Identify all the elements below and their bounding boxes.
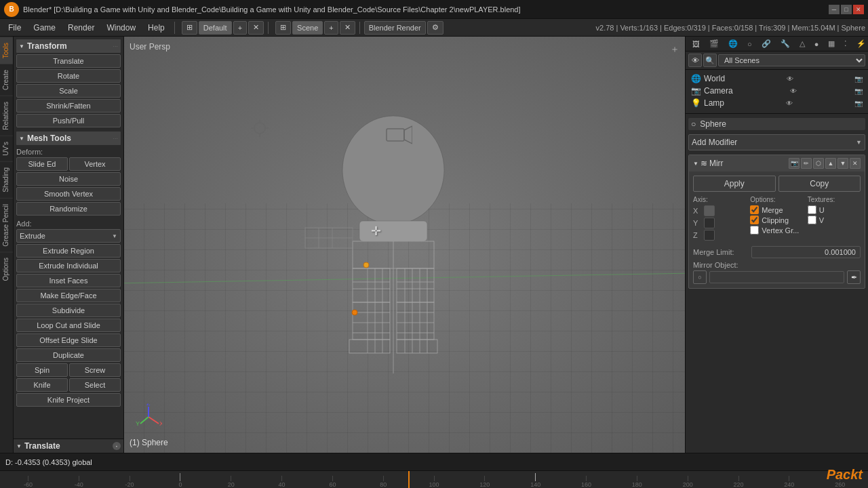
vertex-group-checkbox[interactable] (750, 226, 759, 235)
clipping-checkbox[interactable] (750, 216, 759, 224)
vtab-create[interactable]: Create (0, 64, 13, 96)
view-x-button[interactable]: ✕ (248, 21, 264, 35)
slide-ed-button[interactable]: Slide Ed (16, 157, 68, 171)
render-engine-dropdown[interactable]: Blender Render (364, 21, 426, 35)
prop-tab-physics[interactable]: ⚡ (852, 38, 868, 49)
y-axis-checkbox[interactable] (704, 218, 715, 228)
extrude-dropdown-button[interactable]: Extrude (16, 229, 121, 243)
inset-faces-button[interactable]: Inset Faces (16, 274, 121, 287)
prop-tab-texture[interactable]: ▦ (824, 38, 839, 49)
merge-checkbox[interactable] (750, 205, 759, 214)
scene-x-button[interactable]: ✕ (340, 21, 355, 35)
knife-button[interactable]: Knife (16, 378, 68, 392)
loop-cut-slide-button[interactable]: Loop Cut and Slide (16, 319, 121, 332)
vtab-uvs[interactable]: UV's (0, 136, 13, 161)
prop-tab-material[interactable]: ● (810, 39, 823, 49)
help-menu[interactable]: Help (142, 22, 170, 34)
prop-tab-constraints[interactable]: 🔗 (757, 38, 775, 49)
vertex-button[interactable]: Vertex (69, 157, 121, 171)
modifier-render-btn[interactable]: 📷 (789, 158, 800, 169)
game-menu[interactable]: Game (28, 22, 61, 34)
randomize-button[interactable]: Randomize (16, 202, 121, 216)
close-button[interactable]: ✕ (853, 5, 864, 14)
transform-section-header[interactable]: ▼ Transform ··· (16, 39, 121, 53)
scene-selector[interactable]: All Scenes (718, 54, 865, 66)
3d-viewport[interactable]: User Persp (124, 37, 685, 453)
timeline[interactable]: -60 -40 -20 0 20 40 60 80 100 120 140 16… (0, 470, 868, 488)
modifier-up-btn[interactable]: ▲ (825, 158, 836, 169)
shrink-fatten-button[interactable]: Shrink/Fatten (16, 99, 121, 113)
extrude-region-button[interactable]: Extrude Region (16, 244, 121, 258)
duplicate-button[interactable]: Duplicate (16, 348, 121, 362)
view-icon[interactable]: 👁 (688, 54, 702, 67)
object-swatch[interactable]: ○ (693, 270, 707, 284)
translate-button[interactable]: Translate (16, 54, 121, 68)
view-plus-button[interactable]: + (233, 21, 247, 35)
view-mode-dropdown[interactable]: Default (199, 21, 232, 35)
modifier-edit-btn[interactable]: ✏ (801, 158, 812, 169)
window-menu[interactable]: Window (101, 22, 141, 34)
scale-button[interactable]: Scale (16, 84, 121, 98)
smooth-vertex-button[interactable]: Smooth Vertex (16, 187, 121, 201)
maximize-button[interactable]: □ (841, 5, 852, 14)
tree-item-lamp[interactable]: 💡 Lamp 👁 📷 (688, 97, 865, 109)
noise-button[interactable]: Noise (16, 172, 121, 186)
timeline-track[interactable]: -60 -40 -20 0 20 40 60 80 100 120 140 16… (0, 471, 868, 488)
modifier-down-btn[interactable]: ▼ (837, 158, 848, 169)
render-btn[interactable]: 📷 (854, 75, 863, 83)
push-pull-button[interactable]: Push/Pull (16, 114, 121, 127)
modifier-delete-btn[interactable]: ✕ (850, 158, 861, 169)
scene-type-button[interactable]: ⊞ (275, 21, 291, 35)
prop-tab-data[interactable]: △ (795, 38, 809, 49)
tree-item-world[interactable]: 🌐 World 👁 📷 (688, 73, 865, 85)
eyedropper-icon[interactable]: ✒ (847, 270, 861, 284)
prop-tab-modifier[interactable]: 🔧 (776, 38, 794, 49)
lamp-render-btn[interactable]: 📷 (854, 100, 863, 107)
z-axis-checkbox[interactable] (704, 230, 715, 241)
tree-item-camera[interactable]: 📷 Camera 👁 📷 (688, 85, 865, 97)
prop-tab-particles[interactable]: ⁚ (840, 38, 851, 49)
offset-edge-slide-button[interactable]: Offset Edge Slide (16, 333, 121, 347)
render-options-button[interactable]: ⚙ (427, 21, 443, 35)
camera-eye-btn[interactable]: 👁 (790, 87, 797, 95)
spin-button[interactable]: Spin (16, 363, 68, 377)
viewport-expand-icon[interactable]: ＋ (670, 43, 679, 56)
lamp-eye-btn[interactable]: 👁 (786, 100, 793, 107)
timeline-cursor[interactable] (408, 471, 410, 488)
scene-dropdown[interactable]: Scene (292, 21, 323, 35)
copy-button[interactable]: Copy (778, 176, 861, 192)
prop-tab-render[interactable]: 🖼 (688, 39, 704, 49)
make-edge-face-button[interactable]: Make Edge/Face (16, 289, 121, 302)
subdivide-button[interactable]: Subdivide (16, 304, 121, 317)
v-checkbox[interactable] (808, 216, 816, 224)
vtab-tools[interactable]: Tools (0, 37, 13, 64)
apply-button[interactable]: Apply (693, 176, 776, 192)
minimize-button[interactable]: ─ (829, 5, 840, 14)
select-button[interactable]: Select (69, 378, 121, 392)
render-menu[interactable]: Render (62, 22, 100, 34)
mirror-object-input[interactable] (709, 271, 844, 283)
merge-limit-input[interactable] (751, 246, 861, 258)
modifier-cage-btn[interactable]: ⬡ (813, 158, 824, 169)
file-menu[interactable]: File (3, 22, 26, 34)
x-axis-checkbox[interactable] (704, 205, 715, 216)
scene-plus-button[interactable]: + (324, 21, 338, 35)
prop-tab-world[interactable]: 🌐 (724, 38, 742, 49)
knife-project-button[interactable]: Knife Project (16, 393, 121, 407)
vtab-options[interactable]: Options (0, 251, 13, 286)
eye-btn[interactable]: 👁 (787, 75, 793, 83)
add-modifier-button[interactable]: Add Modifier (688, 134, 865, 150)
view-type-button[interactable]: ⊞ (182, 21, 197, 35)
prop-tab-scene[interactable]: 🎬 (705, 38, 723, 49)
search-icon[interactable]: 🔍 (703, 54, 717, 67)
rotate-button[interactable]: Rotate (16, 69, 121, 83)
vtab-shading[interactable]: Shading (0, 161, 13, 198)
vtab-grease-pencil[interactable]: Grease Pencil (0, 198, 13, 252)
extrude-individual-button[interactable]: Extrude Individual (16, 259, 121, 272)
u-checkbox[interactable] (808, 205, 816, 214)
prop-tab-object[interactable]: ○ (743, 39, 756, 49)
camera-render-btn[interactable]: 📷 (854, 87, 863, 95)
vtab-relations[interactable]: Relations (0, 96, 13, 136)
screw-button[interactable]: Screw (69, 363, 121, 377)
mesh-tools-section-header[interactable]: ▼ Mesh Tools ··· (16, 131, 121, 145)
